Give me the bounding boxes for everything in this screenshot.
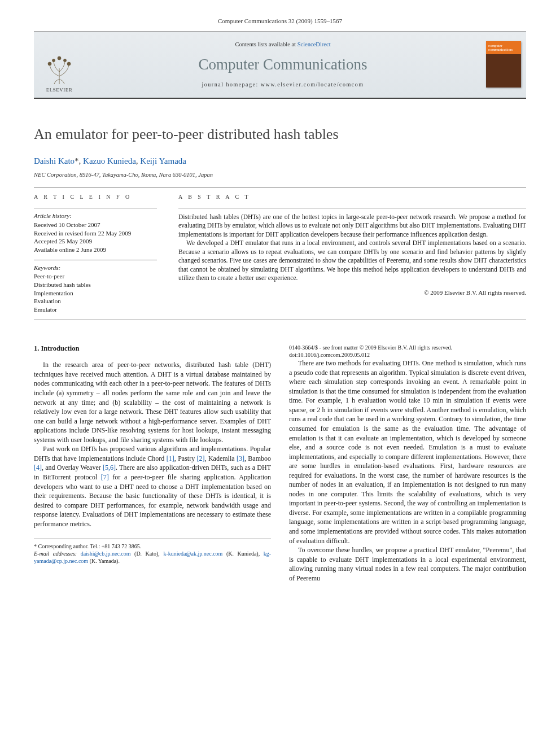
svg-point-1	[67, 62, 71, 65]
abstract-head: A B S T R A C T	[178, 193, 526, 201]
keywords-lines: Peer-to-peer Distributed hash tables Imp…	[34, 272, 157, 314]
running-head: Computer Communications 32 (2009) 1559–1…	[34, 17, 526, 25]
section-heading-intro: 1. Introduction	[34, 344, 271, 353]
elsevier-tree-icon	[44, 51, 75, 85]
body-para: Past work on DHTs has proposed various a…	[34, 444, 271, 528]
keyword: Distributed hash tables	[34, 281, 157, 289]
journal-cover-block: computer communications	[481, 32, 526, 98]
author-link[interactable]: Daishi Kato	[34, 156, 75, 165]
body-para: In the research area of peer-to-peer net…	[34, 360, 271, 444]
article-info-column: A R T I C L E I N F O Article history: R…	[34, 193, 157, 314]
journal-cover-label: computer communications	[488, 43, 519, 51]
keywords-label: Keywords:	[34, 264, 157, 272]
email-line: E-mail addresses: daishi@cb.jp.nec.com (…	[34, 550, 271, 565]
divider	[34, 320, 526, 320]
text: , Bamboo	[244, 455, 271, 462]
divider	[178, 208, 526, 208]
history-lines: Received 10 October 2007 Received in rev…	[34, 221, 157, 254]
article-title: An emulator for peer-to-peer distributed…	[34, 124, 526, 144]
svg-point-0	[48, 62, 51, 65]
svg-point-4	[58, 56, 61, 60]
text: (D. Kato),	[131, 551, 164, 557]
front-matter-line: 0140-3664/$ - see front matter © 2009 El…	[289, 344, 526, 351]
homepage-prefix: journal homepage:	[202, 81, 261, 88]
keyword: Evaluation	[34, 297, 157, 305]
email-label: E-mail addresses:	[34, 551, 77, 557]
ref-link[interactable]: [1]	[167, 455, 174, 462]
abstract-text: Distributed hash tables (DHTs) are one o…	[178, 213, 526, 283]
doi-block: 0140-3664/$ - see front matter © 2009 El…	[289, 344, 526, 359]
history-line: Accepted 25 May 2009	[34, 237, 157, 246]
svg-point-3	[63, 59, 66, 62]
email-link[interactable]: daishi@cb.jp.nec.com	[81, 551, 131, 557]
text: , and Overlay Weaver	[42, 464, 103, 471]
keyword: Peer-to-peer	[34, 272, 157, 281]
contents-prefix: Contents lists available at	[235, 41, 297, 47]
body-para: To overcome these hurdles, we propose a …	[289, 545, 526, 583]
svg-point-2	[52, 59, 55, 62]
contents-list-line: Contents lists available at ScienceDirec…	[85, 41, 481, 49]
body-two-column: 1. Introduction In the research area of …	[34, 344, 526, 583]
text: (K. Yamada).	[88, 558, 120, 564]
journal-banner: ELSEVIER Contents lists available at Sci…	[34, 31, 526, 99]
divider	[34, 187, 526, 187]
journal-cover-thumbnail: computer communications	[486, 41, 521, 88]
article-info-head: A R T I C L E I N F O	[34, 193, 157, 201]
abstract-column: A B S T R A C T Distributed hash tables …	[178, 193, 526, 314]
email-link[interactable]: k-kunieda@ak.jp.nec.com	[163, 551, 222, 557]
text: , Kademlia	[205, 455, 237, 462]
info-abstract-row: A R T I C L E I N F O Article history: R…	[34, 193, 526, 314]
abstract-para: We developed a DHT emulator that runs in…	[178, 239, 526, 283]
abstract-copyright: © 2009 Elsevier B.V. All rights reserved…	[178, 289, 526, 297]
author-link[interactable]: Kazuo Kunieda	[83, 156, 136, 165]
publisher-logo-block: ELSEVIER	[34, 32, 85, 98]
sep: ,	[79, 156, 84, 165]
history-label: Article history:	[34, 212, 157, 220]
homepage-url: www.elsevier.com/locate/comcom	[261, 81, 364, 88]
ref-link[interactable]: [7]	[101, 473, 109, 481]
text: (K. Kunieda),	[222, 551, 263, 557]
history-line: Received 10 October 2007	[34, 221, 157, 229]
corr-marker: *	[75, 156, 79, 165]
keyword: Implementation	[34, 289, 157, 298]
author-list: Daishi Kato*, Kazuo Kunieda, Keiji Yamad…	[34, 155, 526, 167]
text: , Pastry	[174, 455, 197, 462]
journal-homepage-line: journal homepage: www.elsevier.com/locat…	[85, 81, 481, 89]
author-link[interactable]: Keiji Yamada	[140, 156, 186, 165]
corresponding-author-note: * Corresponding author. Tel.: +81 743 72…	[34, 543, 271, 550]
banner-center: Contents lists available at ScienceDirec…	[85, 32, 481, 98]
publisher-name: ELSEVIER	[46, 86, 73, 93]
ref-link[interactable]: [3]	[237, 455, 244, 462]
doi-line: doi:10.1016/j.comcom.2009.05.012	[289, 351, 526, 359]
history-line: Available online 2 June 2009	[34, 246, 157, 254]
footnotes-block: * Corresponding author. Tel.: +81 743 72…	[34, 539, 271, 565]
ref-link[interactable]: [2]	[197, 455, 205, 462]
divider	[34, 208, 157, 208]
history-line: Received in revised form 22 May 2009	[34, 229, 157, 238]
divider	[34, 260, 157, 260]
journal-title: Computer Communications	[85, 54, 481, 75]
ref-link[interactable]: [5,6]	[103, 464, 116, 471]
body-para: There are two methods for evaluating DHT…	[289, 359, 526, 545]
affiliation: NEC Corporation, 8916-47, Takayama-Cho, …	[34, 171, 526, 179]
keywords-block: Keywords: Peer-to-peer Distributed hash …	[34, 264, 157, 314]
sciencedirect-link[interactable]: ScienceDirect	[298, 41, 331, 47]
elsevier-logo: ELSEVIER	[40, 45, 79, 93]
keyword: Emulator	[34, 305, 157, 314]
abstract-para: Distributed hash tables (DHTs) are one o…	[178, 213, 526, 239]
text: for a peer-to-peer file sharing applicat…	[34, 473, 271, 528]
ref-link[interactable]: [4]	[34, 464, 42, 471]
